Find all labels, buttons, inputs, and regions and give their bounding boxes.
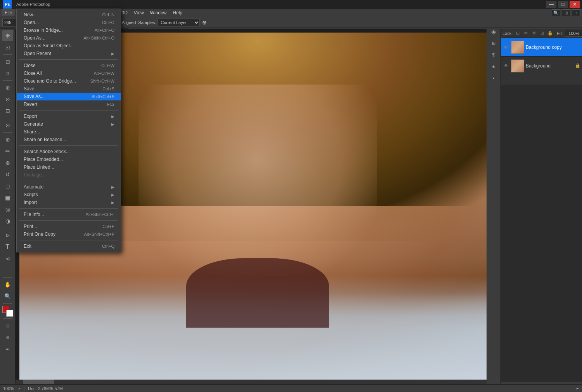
menu-export[interactable]: Export ▶ bbox=[17, 112, 121, 120]
shape-tool[interactable]: □ bbox=[2, 265, 13, 276]
file-dropdown-menu: New... Ctrl+N Open... Ctrl+O Browse in B… bbox=[16, 9, 121, 252]
gradient-tool[interactable]: ▣ bbox=[2, 192, 13, 203]
maximize-button[interactable]: □ bbox=[558, 1, 568, 8]
lock-all-icon[interactable]: 🔒 bbox=[547, 30, 554, 37]
menu-share-behance[interactable]: Share on Behance... bbox=[17, 136, 121, 143]
lock-transparent-icon[interactable]: ⊟ bbox=[514, 30, 521, 37]
layer-visibility-bg-copy[interactable]: 👁 bbox=[502, 44, 509, 51]
menu-open-as[interactable]: Open As... Alt+Shift+Ctrl+O bbox=[17, 34, 121, 42]
zoom-tool[interactable]: 🔍 bbox=[2, 291, 13, 302]
menu-window[interactable]: Window bbox=[147, 9, 170, 16]
menu-automate[interactable]: Automate ▶ bbox=[17, 183, 121, 191]
menu-browse-bridge-label: Browse in Bridge... bbox=[24, 28, 63, 33]
menu-close[interactable]: Close Ctrl+W bbox=[17, 62, 121, 69]
menu-import-label: Import bbox=[24, 200, 37, 205]
menu-save-as[interactable]: Save As... Shift+Ctrl+S bbox=[17, 93, 121, 100]
menu-help[interactable]: Help bbox=[170, 9, 185, 16]
menu-open-smart[interactable]: Open as Smart Object... bbox=[17, 42, 121, 50]
share-icon[interactable]: ↑ bbox=[572, 9, 580, 16]
menu-open-recent[interactable]: Open Recent ▶ bbox=[17, 50, 121, 57]
close-button[interactable]: ✕ bbox=[570, 1, 580, 8]
brush-tool[interactable]: ✏ bbox=[2, 146, 13, 157]
menu-file-info[interactable]: File Info... Alt+Shift+Ctrl+I bbox=[17, 211, 121, 218]
menu-generate[interactable]: Generate ▶ bbox=[17, 120, 121, 128]
menu-close-bridge[interactable]: Close and Go to Bridge... Shift+Ctrl+W bbox=[17, 77, 121, 85]
status-arrow-icon[interactable]: ▸ bbox=[577, 386, 579, 391]
menu-new[interactable]: New... Ctrl+N bbox=[17, 11, 121, 19]
menu-scripts[interactable]: Scripts ▶ bbox=[17, 191, 121, 199]
properties-icon[interactable]: ▪ bbox=[488, 73, 499, 83]
heal-tool[interactable]: ⊕ bbox=[2, 134, 13, 145]
background-color[interactable] bbox=[6, 310, 13, 317]
move-tool[interactable]: ✥ bbox=[2, 30, 13, 41]
crop-tool[interactable]: ⊘ bbox=[2, 94, 13, 105]
fill-label: Fill: bbox=[557, 31, 563, 36]
menu-revert[interactable]: Revert F12 bbox=[17, 100, 121, 108]
pen-tool[interactable]: ⊳ bbox=[2, 230, 13, 241]
menu-new-label: New... bbox=[24, 12, 36, 17]
samples-select[interactable]: Current Layer All Layers Current & Below bbox=[157, 19, 200, 26]
layer-row-background[interactable]: 👁 Background 🔒 bbox=[501, 57, 582, 75]
menu-file-info-shortcut: Alt+Shift+Ctrl+I bbox=[86, 212, 114, 217]
menu-print-one-copy[interactable]: Print One Copy Alt+Shift+Ctrl+P bbox=[17, 230, 121, 238]
menu-save[interactable]: Save Ctrl+S bbox=[17, 85, 121, 93]
color-swatch[interactable] bbox=[2, 306, 13, 317]
heal-icon-btn[interactable]: ⊕ bbox=[202, 19, 207, 26]
menu-open[interactable]: Open... Ctrl+O bbox=[17, 19, 121, 26]
menu-place-embedded[interactable]: Place Embedded... bbox=[17, 155, 121, 163]
swatches-icon[interactable]: ⊞ bbox=[488, 38, 499, 48]
artboard-tool[interactable]: ⊡ bbox=[2, 42, 13, 53]
menu-place-linked-label: Place Linked... bbox=[24, 164, 54, 170]
lock-image-icon[interactable]: ✏ bbox=[522, 30, 529, 37]
menu-share[interactable]: Share... bbox=[17, 128, 121, 136]
menu-print[interactable]: Print... Ctrl+P bbox=[17, 223, 121, 230]
menu-view[interactable]: View bbox=[131, 9, 147, 16]
glyphs-icon[interactable]: ◈ bbox=[488, 61, 499, 72]
marquee-tool[interactable]: ⊟ bbox=[2, 56, 13, 67]
lock-position-icon[interactable]: ✥ bbox=[530, 30, 537, 37]
layer-visibility-bg[interactable]: 👁 bbox=[502, 62, 509, 69]
eyedropper-tool[interactable]: ⊙ bbox=[2, 120, 13, 131]
fill-input[interactable] bbox=[565, 30, 582, 37]
paragraph-icon[interactable]: ¶ bbox=[488, 49, 499, 60]
menu-place-linked[interactable]: Place Linked... bbox=[17, 163, 121, 171]
search-icon[interactable]: 🔍 bbox=[552, 9, 560, 16]
eraser-tool[interactable]: ◻ bbox=[2, 181, 13, 192]
hand-tool[interactable]: ✋ bbox=[2, 279, 13, 290]
lock-artboard-icon[interactable]: ⊞ bbox=[539, 30, 546, 37]
clone-tool[interactable]: ⊛ bbox=[2, 157, 13, 168]
zoom-arrow-icon[interactable]: ▸ bbox=[19, 386, 21, 390]
minimize-button[interactable]: — bbox=[546, 1, 556, 8]
menu-scripts-arrow: ▶ bbox=[111, 193, 114, 197]
menu-import-arrow: ▶ bbox=[111, 200, 114, 205]
quick-mask-icon[interactable]: ⊟ bbox=[2, 320, 13, 331]
lock-label: Lock: bbox=[502, 31, 513, 36]
layer-lock-icon: 🔒 bbox=[575, 63, 580, 68]
screen-mode-icon[interactable]: ⊞ bbox=[2, 332, 13, 343]
horizontal-scrollbar[interactable] bbox=[16, 380, 496, 384]
menu-file[interactable]: File bbox=[2, 9, 15, 16]
blur-tool[interactable]: ◎ bbox=[2, 204, 13, 215]
menu-close-all-label: Close All bbox=[24, 71, 42, 76]
path-selection-tool[interactable]: ⊲ bbox=[2, 253, 13, 264]
menu-close-all[interactable]: Close All Alt+Ctrl+W bbox=[17, 69, 121, 77]
status-bar: 100% ▸ | Doc: 2,78M/5,57M ▸ bbox=[0, 384, 582, 392]
menu-sep-2 bbox=[19, 110, 118, 111]
menu-new-shortcut: Ctrl+N bbox=[102, 12, 114, 17]
lasso-tool[interactable]: ⌗ bbox=[2, 68, 13, 79]
menu-import[interactable]: Import ▶ bbox=[17, 199, 121, 206]
layer-row-background-copy[interactable]: 👁 Background copy bbox=[501, 38, 582, 57]
history-brush-tool[interactable]: ↺ bbox=[2, 169, 13, 180]
type-tool[interactable]: T bbox=[2, 242, 13, 252]
menu-sep-1 bbox=[19, 59, 118, 60]
menu-exit[interactable]: Exit Ctrl+Q bbox=[17, 242, 121, 250]
quick-select-tool[interactable]: ⊕ bbox=[2, 82, 13, 93]
menu-automate-label: Automate bbox=[24, 184, 43, 190]
more-tools[interactable]: ••• bbox=[2, 344, 13, 354]
slice-tool[interactable]: ⊟ bbox=[2, 105, 13, 116]
menu-search-stock[interactable]: Search Adobe Stock... bbox=[17, 148, 121, 155]
dodge-tool[interactable]: ◑ bbox=[2, 216, 13, 226]
menu-share-label: Share... bbox=[24, 129, 40, 135]
menu-browse-bridge[interactable]: Browse in Bridge... Alt+Ctrl+O bbox=[17, 26, 121, 34]
workspace-icon[interactable]: ⊞ bbox=[562, 9, 570, 16]
